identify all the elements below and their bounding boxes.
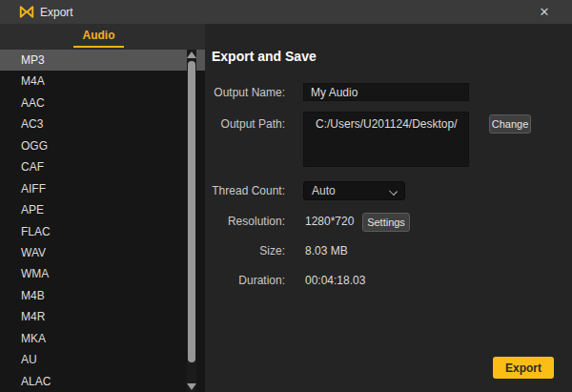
format-item-m4a[interactable]: M4A — [0, 71, 205, 92]
close-icon[interactable]: ✕ — [532, 0, 557, 24]
output-path-box[interactable]: C:/Users/U201124/Desktop/ — [303, 112, 469, 167]
format-item-aiff[interactable]: AIFF — [0, 178, 205, 199]
scroll-up-icon[interactable] — [187, 52, 196, 58]
format-item-m4b[interactable]: M4B — [0, 285, 205, 306]
tab-audio[interactable]: Audio — [73, 24, 124, 50]
window-title: Export — [40, 6, 73, 19]
sidebar: Audio MP3M4AAACAC3OGGCAFAIFFAPEFLACWAVWM… — [0, 24, 205, 392]
resolution-value: 1280*720 — [305, 215, 354, 228]
tab-active-underline — [73, 46, 124, 48]
change-button[interactable]: Change — [489, 114, 531, 134]
thread-count-label: Thread Count: — [205, 184, 285, 197]
settings-button[interactable]: Settings — [362, 213, 410, 232]
title-bar: Export ✕ — [0, 0, 572, 24]
main-panel: Export and Save Output Name: Output Path… — [205, 24, 572, 392]
format-item-wma[interactable]: WMA — [0, 263, 205, 284]
scrollbar-thumb[interactable] — [188, 61, 195, 362]
size-label: Size: — [205, 244, 285, 258]
export-button[interactable]: Export — [493, 357, 554, 379]
format-item-alac[interactable]: ALAC — [0, 371, 205, 392]
page-title: Export and Save — [212, 49, 317, 64]
format-item-ape[interactable]: APE — [0, 199, 205, 220]
format-item-au[interactable]: AU — [0, 349, 205, 370]
format-item-wav[interactable]: WAV — [0, 242, 205, 263]
format-item-m4r[interactable]: M4R — [0, 306, 205, 327]
output-path-label: Output Path: — [205, 117, 285, 131]
tab-strip: Audio — [0, 24, 205, 50]
duration-value: 00:04:18.03 — [305, 274, 365, 287]
format-item-ac3[interactable]: AC3 — [0, 113, 205, 134]
duration-label: Duration: — [205, 274, 285, 287]
format-item-flac[interactable]: FLAC — [0, 221, 205, 242]
export-dialog: Export ✕ Audio MP3M4AAACAC3OGGCAFAIFFAPE… — [0, 0, 572, 392]
resolution-label: Resolution: — [205, 215, 285, 228]
format-item-mp3[interactable]: MP3 — [0, 50, 205, 71]
scroll-down-icon[interactable] — [187, 383, 196, 390]
format-list: MP3M4AAACAC3OGGCAFAIFFAPEFLACWAVWMAM4BM4… — [0, 50, 205, 392]
scrollbar[interactable] — [187, 50, 196, 392]
size-value: 8.03 MB — [305, 244, 348, 258]
output-name-label: Output Name: — [205, 86, 285, 99]
format-item-ogg[interactable]: OGG — [0, 135, 205, 156]
thread-count-select[interactable]: Auto — [303, 181, 405, 200]
format-item-aac[interactable]: AAC — [0, 93, 205, 113]
thread-count-value: Auto — [312, 184, 336, 197]
tab-audio-label: Audio — [83, 29, 115, 42]
format-item-mka[interactable]: MKA — [0, 328, 205, 349]
format-item-caf[interactable]: CAF — [0, 156, 205, 177]
output-name-input[interactable] — [303, 83, 469, 101]
chevron-down-icon — [389, 187, 398, 196]
app-logo-icon — [19, 5, 34, 19]
